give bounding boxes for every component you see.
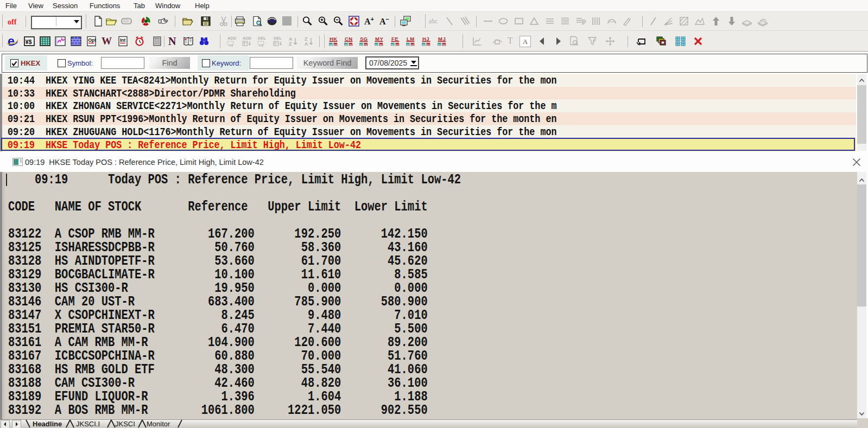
svg-text:ADD: ADD — [243, 36, 252, 41]
svg-text:DEL: DEL — [274, 36, 282, 41]
svg-text:Z: Z — [289, 41, 292, 47]
svg-text:Opt: Opt — [88, 37, 97, 43]
svg-text:¥$: ¥$ — [26, 39, 32, 45]
svg-text:p: p — [582, 17, 586, 25]
svg-text:ADD: ADD — [227, 36, 237, 41]
svg-text:A: A — [305, 41, 308, 47]
svg-text:HK: HK — [330, 36, 338, 42]
svg-text:FE: FE — [391, 36, 398, 42]
svg-text:Int: Int — [120, 37, 126, 43]
svg-text:HJ: HJ — [422, 36, 429, 42]
svg-text:MJ: MJ — [438, 36, 446, 42]
svg-text:CN: CN — [345, 36, 353, 42]
svg-text:DEL: DEL — [258, 36, 266, 41]
svg-text:MY: MY — [375, 36, 383, 42]
svg-text:LM: LM — [407, 36, 415, 42]
svg-text:SG: SG — [360, 36, 368, 42]
